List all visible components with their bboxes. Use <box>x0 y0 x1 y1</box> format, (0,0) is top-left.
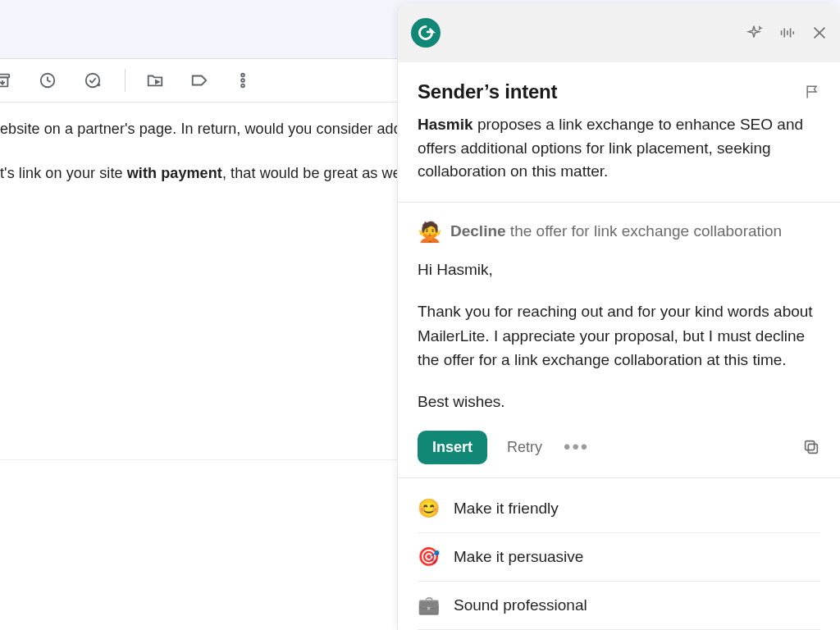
more-actions-icon[interactable]: ••• <box>564 436 589 459</box>
mail-body-line2: t's link on your site with payment, that… <box>0 163 412 184</box>
mail-body-line1: ebsite on a partner's page. In return, w… <box>0 119 442 139</box>
archive-icon[interactable] <box>0 71 11 89</box>
mail-text: , that would be great as well. <box>222 165 412 181</box>
mail-text: t's link on your site <box>0 165 127 181</box>
draft-card: 🙅 Decline the offer for link exchange co… <box>398 203 840 477</box>
toolbar-separator <box>125 69 126 92</box>
labels-icon[interactable] <box>190 71 208 89</box>
mail-text: ebsite on a partner's page. In return, w… <box>0 121 442 137</box>
draft-body: Hi Hasmik, Thank you for reaching out an… <box>418 258 820 414</box>
svg-point-6 <box>241 84 244 88</box>
panel-header <box>398 3 840 62</box>
retry-button[interactable]: Retry <box>502 438 547 457</box>
intent-sender: Hasmik <box>418 116 473 133</box>
more-icon[interactable] <box>234 71 252 89</box>
section-header: Sender’s intent <box>398 62 840 113</box>
flag-icon[interactable] <box>804 83 820 101</box>
svg-rect-7 <box>808 445 817 454</box>
intent-summary: Hasmik proposes a link exchange to enhan… <box>398 113 840 202</box>
decline-emoji-icon: 🙅 <box>418 219 439 244</box>
sparkle-icon[interactable] <box>745 24 763 42</box>
grammarly-panel: Sender’s intent Hasmik proposes a link e… <box>397 3 840 630</box>
section-title: Sender’s intent <box>418 80 804 103</box>
mail-text-bold: with payment <box>127 165 222 181</box>
snooze-icon[interactable] <box>39 71 57 89</box>
svg-point-4 <box>241 74 244 77</box>
option-professional[interactable]: 💼 Sound professional <box>418 582 820 630</box>
close-icon[interactable] <box>810 24 829 42</box>
grammarly-logo[interactable] <box>411 18 441 48</box>
copy-icon[interactable] <box>802 438 820 456</box>
draft-signoff: Best wishes. <box>418 390 820 413</box>
tone-options: 😊 Make it friendly 🎯 Make it persuasive … <box>398 478 840 630</box>
draft-greeting: Hi Hasmik, <box>418 258 820 281</box>
draft-header[interactable]: 🙅 Decline the offer for link exchange co… <box>418 219 820 244</box>
move-to-icon[interactable] <box>146 71 164 89</box>
option-persuasive[interactable]: 🎯 Make it persuasive <box>418 533 820 582</box>
briefcase-emoji-icon: 💼 <box>418 595 439 616</box>
add-task-icon[interactable] <box>84 71 102 89</box>
draft-action-rest: the offer for link exchange collaboratio… <box>506 222 783 240</box>
svg-rect-8 <box>806 441 815 450</box>
target-emoji-icon: 🎯 <box>418 546 439 568</box>
insert-button[interactable]: Insert <box>418 431 487 464</box>
voice-icon[interactable] <box>778 24 796 42</box>
option-label: Make it friendly <box>454 500 559 518</box>
option-label: Sound professional <box>454 596 587 614</box>
smile-emoji-icon: 😊 <box>418 498 439 519</box>
draft-action: Decline <box>450 222 506 240</box>
option-friendly[interactable]: 😊 Make it friendly <box>418 485 820 533</box>
draft-actions: Insert Retry ••• <box>418 431 820 464</box>
draft-text: Thank you for reaching out and for your … <box>418 299 820 372</box>
svg-point-5 <box>241 79 244 82</box>
option-label: Make it persuasive <box>454 548 583 566</box>
intent-rest: proposes a link exchange to enhance SEO … <box>418 116 803 180</box>
